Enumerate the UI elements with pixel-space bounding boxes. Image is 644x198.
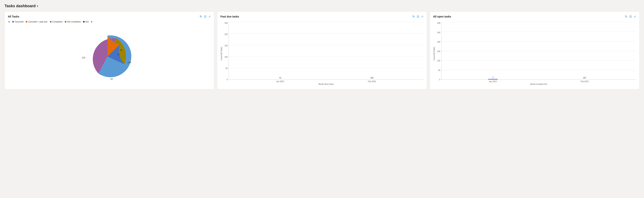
past-due-chart-inner: Count:All (Task) 250 200 150 100 50 0: [220, 22, 424, 85]
y-label-250: 250: [224, 22, 228, 24]
all-tasks-actions: ↻ ⊡ ⤢: [200, 15, 211, 18]
grid-line-ao-5: [442, 60, 636, 60]
all-open-y-axis-title: Count:All (Task): [433, 47, 435, 60]
y-label-50: 50: [438, 69, 440, 71]
legend-item-not: Not: [83, 20, 89, 23]
all-open-card-header: All open tasks ↻ ⊡ ⤢: [433, 15, 636, 18]
all-open-title: All open tasks: [433, 15, 451, 18]
dashboard-grid: All Tasks ↻ ⊡ ⤢ ◄ Canceled Canceled + pa…: [4, 12, 640, 89]
pie-chart-container: 21 18 138 53 215: [8, 25, 211, 86]
past-due-x-labels: Jan 2023 Feb 2023: [228, 80, 424, 82]
all-tasks-refresh-button[interactable]: ↻: [200, 15, 202, 18]
grid-line-ao-1: [442, 22, 636, 22]
past-due-bars-area: 41 202: [228, 22, 424, 80]
legend-dot-canceled: [12, 21, 14, 23]
past-due-export-button[interactable]: ⊡: [417, 15, 419, 18]
bar-value-jan: 41: [279, 77, 282, 79]
all-tasks-card-header: All Tasks ↻ ⊡ ⤢: [8, 15, 211, 18]
all-tasks-legend: ◄ Canceled Canceled + past due Completed…: [8, 20, 211, 23]
y-label-0: 0: [439, 78, 440, 81]
all-open-chart-inner: Count:All (Task) 300 250 200 150 100 50 …: [433, 22, 636, 85]
y-label-0: 0: [227, 78, 228, 81]
all-open-bars-area: 1 267: [441, 22, 636, 80]
y-label-50: 50: [226, 67, 228, 70]
all-open-chart-wrapper: Count:All (Task) 300 250 200 150 100 50 …: [433, 20, 636, 85]
legend-item-canceled: Canceled: [12, 20, 24, 23]
page-title: Tasks dashboard: [4, 4, 36, 8]
grid-line-ao-6: [442, 70, 636, 70]
pie-label-215: 215: [82, 56, 85, 59]
legend-label-completed: Completed: [52, 20, 62, 23]
pie-label-53: 53: [110, 78, 113, 80]
all-open-grid-lines: [442, 22, 636, 80]
grid-line-3: [229, 45, 424, 45]
legend-label-canceled: Canceled: [15, 20, 24, 23]
all-open-tasks-card: All open tasks ↻ ⊡ ⤢ Count:All (Task) 30…: [430, 12, 640, 89]
all-open-refresh-button[interactable]: ↻: [625, 15, 628, 18]
legend-dot-not-completed: [65, 21, 66, 23]
legend-item-not-completed: Not completed: [65, 20, 81, 23]
all-open-chart-body: 300 250 200 150 100 50 0: [435, 22, 636, 85]
legend-label-canceled-past-due: Canceled + past due: [28, 20, 48, 23]
x-label-feb-open: Feb 2023: [580, 80, 588, 82]
legend-prev-arrow[interactable]: ◄: [8, 20, 10, 23]
legend-next-arrow[interactable]: ►: [91, 20, 93, 23]
grid-line-4: [229, 56, 424, 57]
grid-line-ao-2: [442, 32, 636, 32]
past-due-refresh-button[interactable]: ↻: [412, 15, 415, 18]
past-due-y-labels: 250 200 150 100 50 0: [222, 22, 228, 85]
legend-item-canceled-past-due: Canceled + past due: [26, 20, 48, 23]
past-due-card-header: Past due tasks ↻ ⊡ ⤢: [220, 15, 424, 18]
y-label-200: 200: [437, 41, 440, 43]
x-label-jan-2023: Jan 2023: [276, 80, 284, 82]
all-tasks-card: All Tasks ↻ ⊡ ⤢ ◄ Canceled Canceled + pa…: [4, 12, 214, 89]
past-due-actions: ↻ ⊡ ⤢: [412, 15, 424, 18]
all-tasks-expand-button[interactable]: ⤢: [208, 15, 211, 18]
past-due-y-axis-title: Count:All (Task): [220, 47, 222, 60]
y-label-200: 200: [224, 33, 228, 36]
past-due-chart-body: 250 200 150 100 50 0: [222, 22, 424, 85]
all-open-bar-group-jan: 1: [488, 76, 498, 80]
all-open-y-axis-title-wrapper: Count:All (Task): [433, 22, 435, 85]
legend-label-not: Not: [86, 20, 89, 23]
past-due-y-axis-title-wrapper: Count:All (Task): [220, 22, 222, 85]
x-label-feb-2023: Feb 2023: [368, 80, 376, 82]
pie-label-21: 21: [118, 53, 120, 56]
all-open-bars-wrapper: 1 267 Jan 2023 Feb 2023: [441, 22, 636, 85]
x-label-jan-open: Jan 2023: [489, 80, 497, 82]
y-label-300: 300: [437, 22, 440, 24]
all-open-export-button[interactable]: ⊡: [629, 15, 632, 18]
grid-line-ao-3: [442, 41, 636, 42]
all-open-bar-value-feb: 267: [583, 77, 586, 79]
grid-line-ao-4: [442, 51, 636, 51]
all-open-x-labels: Jan 2023 Feb 2023: [441, 80, 636, 82]
all-tasks-export-button[interactable]: ⊡: [204, 15, 206, 18]
all-open-bar-group-feb: 267: [580, 77, 590, 80]
all-open-bar-jan: [488, 79, 498, 80]
legend-dot-not: [83, 21, 85, 23]
grid-line-5: [229, 68, 424, 68]
y-label-100: 100: [437, 60, 440, 62]
all-open-y-labels: 300 250 200 150 100 50 0: [435, 22, 441, 85]
header-chevron[interactable]: ▾: [37, 4, 38, 8]
legend-item-completed: Completed: [50, 20, 62, 23]
all-open-actions: ↻ ⊡ ⤢: [625, 15, 636, 18]
bar-group-jan-2023: 41: [276, 77, 285, 80]
all-open-bar-value-jan: 1: [492, 76, 494, 78]
legend-dot-completed: [50, 21, 52, 23]
legend-label-not-completed: Not completed: [67, 20, 81, 23]
page-header: Tasks dashboard ▾: [4, 4, 640, 8]
y-label-250: 250: [437, 32, 440, 34]
all-open-x-axis-title: Month (Created On): [441, 83, 636, 85]
all-tasks-title: All Tasks: [8, 15, 19, 18]
y-label-100: 100: [224, 56, 228, 58]
past-due-tasks-card: Past due tasks ↻ ⊡ ⤢ Count:All (Task) 25…: [217, 12, 427, 89]
all-open-expand-button[interactable]: ⤢: [634, 15, 636, 18]
past-due-expand-button[interactable]: ⤢: [421, 15, 424, 18]
past-due-chart-wrapper: Count:All (Task) 250 200 150 100 50 0: [220, 20, 424, 85]
pie-chart-svg: 21 18 138 53 215: [77, 27, 142, 84]
past-due-bars-wrapper: 41 202 Jan 2023 Feb 2023: [228, 22, 424, 85]
y-label-150: 150: [224, 45, 228, 47]
grid-line-2: [229, 34, 424, 34]
bar-group-feb-2023: 202: [367, 77, 377, 80]
